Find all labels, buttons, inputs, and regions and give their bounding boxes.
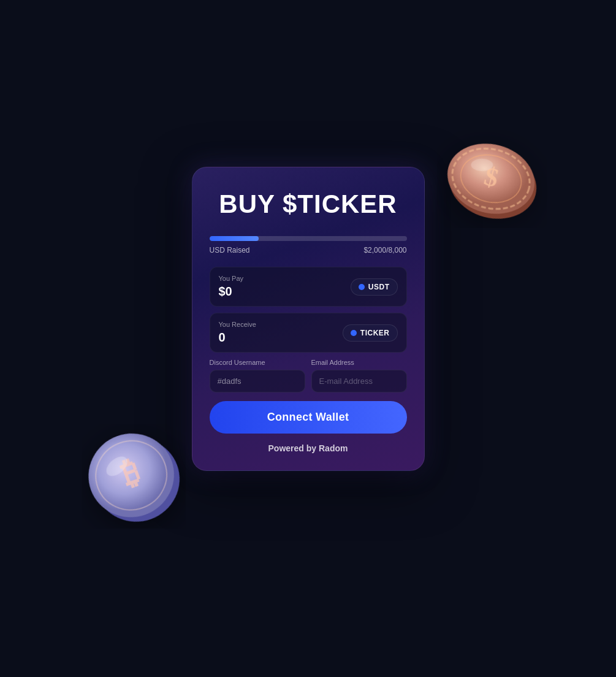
email-field-group: Email Address [311, 359, 407, 392]
progress-labels: USD Raised $2,000/8,000 [210, 246, 407, 254]
you-receive-group: You Receive 0 TICKER [210, 313, 407, 353]
svg-point-10 [471, 159, 493, 171]
progress-label-text: USD Raised [210, 246, 250, 254]
usdt-toggle-dot [359, 284, 365, 290]
progress-section: USD Raised $2,000/8,000 [210, 236, 407, 254]
you-pay-value: $0 [219, 285, 244, 299]
progress-bar-fill [210, 236, 259, 241]
bitcoin-coin: ₿ [82, 424, 186, 529]
progress-bar-track [210, 236, 407, 241]
powered-by-brand: Radom [319, 443, 348, 453]
you-pay-label: You Pay [219, 275, 244, 282]
you-receive-left: You Receive 0 [219, 321, 256, 345]
email-input[interactable] [311, 370, 407, 392]
powered-by: Powered by Radom [210, 443, 407, 453]
you-pay-group: You Pay $0 USDT [210, 267, 407, 307]
ticker-label: TICKER [360, 329, 390, 337]
ticker-token-badge[interactable]: TICKER [343, 324, 398, 342]
you-receive-value: 0 [219, 331, 256, 345]
usdt-token-badge[interactable]: USDT [351, 278, 398, 296]
usdt-label: USDT [368, 283, 390, 291]
discord-label: Discord Username [210, 359, 305, 366]
you-pay-left: You Pay $0 [219, 275, 244, 299]
page-scene: ₿ [149, 167, 468, 510]
powered-by-prefix: Powered by [268, 443, 319, 453]
gold-coin: $ [437, 130, 547, 228]
ticker-toggle-dot [351, 330, 357, 336]
card-title: BUY $TICKER [210, 189, 407, 219]
main-card: BUY $TICKER USD Raised $2,000/8,000 You … [192, 167, 425, 471]
discord-input[interactable] [210, 370, 305, 392]
email-label: Email Address [311, 359, 407, 366]
fields-row: Discord Username Email Address [210, 359, 407, 392]
progress-amount: $2,000/8,000 [363, 246, 406, 254]
discord-field-group: Discord Username [210, 359, 305, 392]
connect-wallet-button[interactable]: Connect Wallet [210, 401, 407, 434]
you-receive-label: You Receive [219, 321, 256, 328]
